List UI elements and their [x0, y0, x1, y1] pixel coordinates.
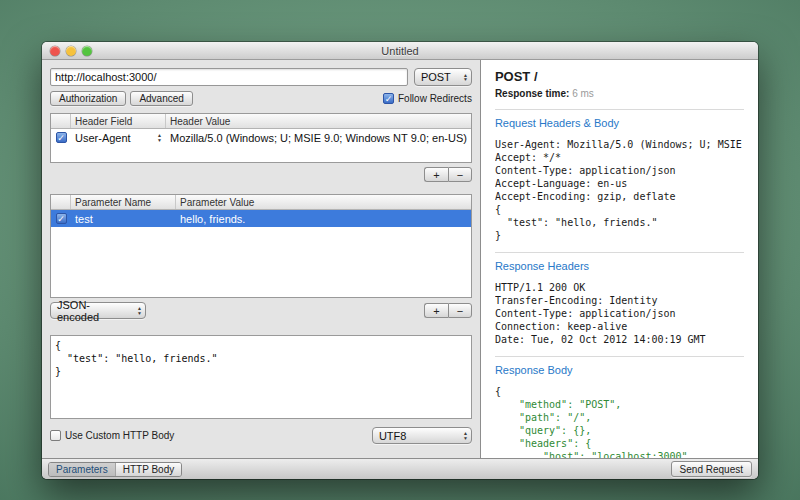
- method-select[interactable]: POST ▲▼: [414, 68, 472, 86]
- check-icon: ✓: [385, 94, 393, 104]
- remove-parameter-button[interactable]: −: [448, 303, 472, 318]
- chevron-up-down-icon: ▲▼: [137, 306, 142, 315]
- window-title: Untitled: [381, 45, 418, 57]
- header-field-text: User-Agent: [75, 132, 131, 144]
- app-window: Untitled POST ▲▼ Authorization Advanced …: [42, 42, 758, 479]
- header-row-user-agent[interactable]: ✓ User-Agent ▲▼ Mozilla/5.0 (Windows; U;…: [51, 129, 471, 146]
- headers-table-actions: + −: [50, 167, 472, 182]
- response-time: Response time: 6 ms: [495, 88, 744, 99]
- custom-body-checkbox[interactable]: [50, 430, 61, 441]
- view-segmented-control: Parameters HTTP Body: [48, 462, 182, 477]
- response-time-value: 6 ms: [572, 88, 594, 99]
- check-icon: ✓: [57, 214, 65, 224]
- main-area: POST ▲▼ Authorization Advanced ✓ Follow …: [42, 60, 758, 458]
- code-line: "path": "/",: [495, 411, 744, 424]
- segment-http-body[interactable]: HTTP Body: [115, 463, 182, 476]
- follow-redirects-option: ✓ Follow Redirects: [383, 93, 472, 104]
- segment-parameters[interactable]: Parameters: [49, 463, 115, 476]
- code-line: "host": "localhost:3000",: [495, 450, 744, 458]
- section-heading: Request Headers & Body: [495, 117, 744, 129]
- headers-value-column-header[interactable]: Header Value: [166, 114, 471, 128]
- code-line: Transfer-Encoding: Identity: [495, 294, 744, 307]
- parameters-table-header: Parameter Name Parameter Value: [51, 195, 471, 210]
- request-body-preview[interactable]: { "test": "hello, friends." }: [50, 335, 472, 419]
- response-panel[interactable]: POST / Response time: 6 ms Request Heade…: [481, 60, 758, 458]
- response-body-section: Response Body { "method": "POST", "path"…: [495, 356, 744, 458]
- params-value-column-header[interactable]: Parameter Value: [176, 195, 471, 209]
- stepper-icon[interactable]: ▲▼: [157, 133, 162, 142]
- footer-bar: Parameters HTTP Body Send Request: [42, 458, 758, 479]
- header-value-cell[interactable]: Mozilla/5.0 (Windows; U; MSIE 9.0; Windo…: [166, 132, 471, 144]
- code-line: Connection: keep-alive: [495, 320, 744, 333]
- zoom-button[interactable]: [82, 46, 92, 56]
- response-headers-code: HTTP/1.1 200 OK Transfer-Encoding: Ident…: [495, 281, 744, 346]
- code-line: "test": "hello, friends.": [495, 216, 744, 229]
- close-button[interactable]: [50, 46, 60, 56]
- parameter-row-test[interactable]: ✓ test hello, friends.: [51, 210, 471, 227]
- authorization-button[interactable]: Authorization: [50, 91, 126, 106]
- encoding-select-value: JSON-encoded: [57, 299, 132, 323]
- custom-body-label: Use Custom HTTP Body: [65, 430, 174, 441]
- code-line: "headers": {: [495, 437, 744, 450]
- code-line: {: [495, 385, 744, 398]
- parameter-name-cell[interactable]: test: [71, 213, 176, 225]
- chevron-up-down-icon: ▲▼: [463, 431, 468, 440]
- parameters-table: Parameter Name Parameter Value ✓ test he…: [50, 194, 472, 298]
- chevron-up-down-icon: ▲▼: [463, 73, 468, 82]
- code-line: Content-Type: application/json: [495, 307, 744, 320]
- response-title: POST /: [495, 69, 744, 84]
- window-controls: [50, 46, 92, 56]
- code-line: HTTP/1.1 200 OK: [495, 281, 744, 294]
- header-field-cell[interactable]: User-Agent ▲▼: [71, 132, 166, 144]
- parameter-value-cell[interactable]: hello, friends.: [176, 213, 471, 225]
- titlebar[interactable]: Untitled: [42, 42, 758, 60]
- add-header-button[interactable]: +: [424, 167, 448, 182]
- parameter-enabled-checkbox[interactable]: ✓: [56, 213, 67, 224]
- params-check-column-header: [51, 195, 71, 209]
- params-name-column-header[interactable]: Parameter Name: [71, 195, 176, 209]
- request-headers-section: Request Headers & Body User-Agent: Mozil…: [495, 109, 744, 242]
- code-line: {: [495, 203, 744, 216]
- request-headers-code: User-Agent: Mozilla/5.0 (Windows; U; MSI…: [495, 138, 744, 242]
- code-line: Accept-Language: en-us: [495, 177, 744, 190]
- url-row: POST ▲▼: [50, 68, 472, 86]
- code-line: "query": {},: [495, 424, 744, 437]
- request-panel: POST ▲▼ Authorization Advanced ✓ Follow …: [42, 60, 481, 458]
- code-line: User-Agent: Mozilla/5.0 (Windows; U; MSI…: [495, 138, 744, 151]
- parameters-actions-row: JSON-encoded ▲▼ + −: [50, 302, 472, 319]
- request-options-row: Authorization Advanced ✓ Follow Redirect…: [50, 91, 472, 106]
- header-enabled-checkbox[interactable]: ✓: [56, 132, 67, 143]
- method-select-value: POST: [421, 71, 451, 83]
- headers-table: Header Field Header Value ✓ User-Agent ▲…: [50, 113, 472, 163]
- minimize-button[interactable]: [66, 46, 76, 56]
- follow-redirects-checkbox[interactable]: ✓: [383, 93, 394, 104]
- code-line: Date: Tue, 02 Oct 2012 14:00:19 GMT: [495, 333, 744, 346]
- remove-header-button[interactable]: −: [448, 167, 472, 182]
- headers-field-column-header[interactable]: Header Field: [71, 114, 166, 128]
- response-headers-section: Response Headers HTTP/1.1 200 OK Transfe…: [495, 252, 744, 346]
- check-icon: ✓: [57, 133, 65, 143]
- headers-check-column-header: [51, 114, 71, 128]
- response-time-label: Response time:: [495, 88, 569, 99]
- charset-select-value: UTF8: [379, 430, 407, 442]
- custom-body-option: Use Custom HTTP Body: [50, 430, 174, 441]
- code-line: Content-Type: application/json: [495, 164, 744, 177]
- headers-table-header: Header Field Header Value: [51, 114, 471, 129]
- code-line: Accept: */*: [495, 151, 744, 164]
- send-request-button[interactable]: Send Request: [671, 461, 752, 477]
- encoding-select[interactable]: JSON-encoded ▲▼: [50, 302, 146, 319]
- advanced-button[interactable]: Advanced: [130, 91, 192, 106]
- section-heading: Response Body: [495, 364, 744, 376]
- code-line: Accept-Encoding: gzip, deflate: [495, 190, 744, 203]
- code-line: "method": "POST",: [495, 398, 744, 411]
- code-line: }: [495, 229, 744, 242]
- url-input[interactable]: [50, 68, 408, 86]
- add-parameter-button[interactable]: +: [424, 303, 448, 318]
- response-body-code: { "method": "POST", "path": "/", "query"…: [495, 385, 744, 458]
- body-options-row: Use Custom HTTP Body UTF8 ▲▼: [50, 427, 472, 444]
- follow-redirects-label: Follow Redirects: [398, 93, 472, 104]
- charset-select[interactable]: UTF8 ▲▼: [372, 427, 472, 444]
- section-heading: Response Headers: [495, 260, 744, 272]
